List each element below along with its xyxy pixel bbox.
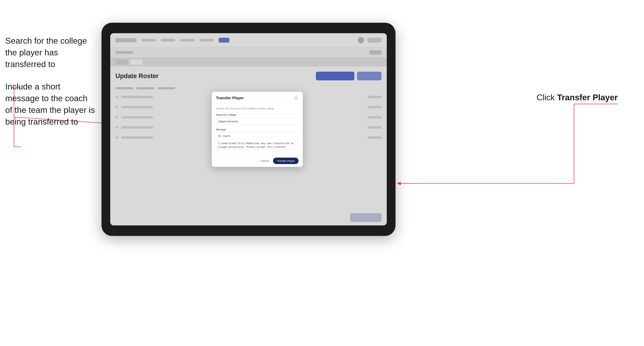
modal-subtitle: Transfer the player and their profile to…: [216, 107, 298, 110]
modal-header: Transfer Player ×: [212, 92, 303, 103]
modal-body: Transfer the player and their profile to…: [212, 103, 303, 155]
modal-footer: Cancel Transfer Player: [212, 155, 303, 167]
search-college-input[interactable]: [216, 118, 298, 125]
right-annotation-prefix: Click: [536, 93, 557, 102]
tablet-screen: Update Roster: [110, 33, 387, 225]
cancel-button[interactable]: Cancel: [258, 158, 271, 164]
message-label: Message: [216, 128, 298, 131]
modal-title: Transfer Player: [216, 96, 244, 100]
svg-marker-8: [397, 182, 401, 185]
right-annotation: Click Transfer Player: [536, 93, 618, 102]
left-annotations: Search for the college the player has tr…: [5, 35, 96, 138]
transfer-player-modal: Transfer Player × Transfer the player an…: [212, 92, 303, 167]
right-annotation-bold: Transfer Player: [557, 93, 618, 102]
message-textarea[interactable]: Hi Coach, I understand Chris Robertson h…: [216, 132, 298, 150]
modal-overlay: Transfer Player × Transfer the player an…: [110, 33, 387, 225]
tablet-device: Update Roster: [102, 23, 396, 236]
modal-close-button[interactable]: ×: [294, 96, 298, 100]
annotation-text-1: Search for the college the player has tr…: [5, 35, 96, 70]
transfer-player-button[interactable]: Transfer Player: [273, 158, 298, 164]
annotation-text-2: Include a short message to the coach of …: [5, 81, 96, 128]
search-label: Search for College: [216, 113, 298, 116]
